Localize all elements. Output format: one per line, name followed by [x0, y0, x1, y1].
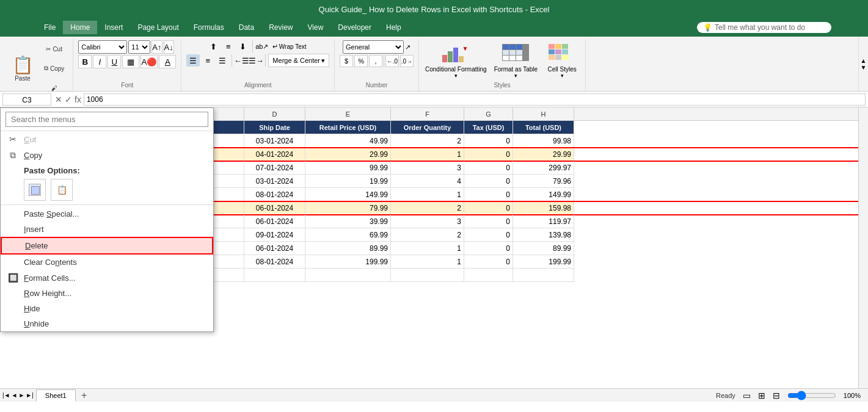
ribbon-tab-formulas[interactable]: Formulas: [186, 21, 232, 34]
normal-view-icon[interactable]: ▭: [743, 391, 751, 400]
cell-8f[interactable]: 2: [391, 228, 464, 242]
paste-icon-btn-2[interactable]: 📋: [51, 179, 73, 201]
cell-2g[interactable]: 0: [464, 148, 513, 161]
search-input[interactable]: [5, 112, 208, 127]
cell-3f[interactable]: 3: [391, 161, 464, 175]
sheet-tab-1[interactable]: Sheet1: [36, 389, 76, 402]
align-middle-button[interactable]: ≡: [222, 40, 235, 52]
cell-3h[interactable]: 299.97: [513, 161, 574, 175]
ribbon-tab-developer[interactable]: Developer: [330, 21, 379, 34]
name-box[interactable]: C3: [2, 93, 51, 106]
ribbon-tab-insert[interactable]: Insert: [97, 21, 130, 34]
align-left-button[interactable]: ☰: [186, 54, 200, 67]
menu-item-cut[interactable]: ✂ Cut: [1, 131, 213, 147]
cell-3e[interactable]: 99.99: [305, 161, 391, 175]
format-painter-button[interactable]: 🖌: [40, 79, 68, 92]
increase-decimal-button[interactable]: ←.0: [385, 55, 399, 67]
sheet-nav-prev[interactable]: ◄: [12, 392, 18, 399]
ribbon-tab-help[interactable]: Help: [379, 21, 409, 34]
cell-12h[interactable]: [513, 269, 574, 282]
bold-button[interactable]: B: [78, 55, 92, 68]
cell-9f[interactable]: 1: [391, 242, 464, 255]
cell-7h[interactable]: 119.97: [513, 215, 574, 228]
ribbon-scroll-down[interactable]: ▼: [861, 64, 867, 71]
zoom-slider[interactable]: [787, 391, 836, 400]
font-color-button[interactable]: A: [159, 55, 176, 68]
insert-function-icon[interactable]: fx: [75, 95, 81, 104]
cond-format-dropdown-icon[interactable]: ▾: [454, 73, 458, 79]
cell-12f[interactable]: [391, 269, 464, 282]
ribbon-tab-view[interactable]: View: [301, 21, 331, 34]
sheet-nav-last[interactable]: ►|: [26, 392, 34, 399]
col-header-d[interactable]: D: [244, 107, 305, 120]
page-layout-icon[interactable]: ⊞: [758, 391, 765, 400]
cell-7g[interactable]: 0: [464, 215, 513, 228]
cell-1e[interactable]: 49.99: [305, 134, 391, 148]
formula-input[interactable]: [84, 93, 866, 106]
cell-styles-dropdown-icon[interactable]: ▾: [561, 73, 564, 79]
fill-color-button[interactable]: A🔴: [140, 55, 158, 68]
cell-2h[interactable]: 29.99: [513, 148, 574, 161]
cell-6g[interactable]: 0: [464, 201, 513, 215]
indent-increase-button[interactable]: ☰→: [249, 54, 263, 67]
vertical-scrollbar[interactable]: [858, 107, 868, 388]
cell-9d[interactable]: 06-01-2024: [244, 242, 305, 255]
tell-me-bar[interactable]: 💡 Tell me what you want to do: [697, 22, 831, 33]
cancel-formula-icon[interactable]: ✕: [55, 95, 62, 104]
align-center-button[interactable]: ≡: [201, 54, 214, 67]
format-as-table-dropdown-icon[interactable]: ▾: [514, 73, 517, 79]
page-break-icon[interactable]: ⊟: [773, 391, 780, 400]
paste-icon-btn-1[interactable]: [24, 179, 46, 201]
cell-11h[interactable]: 199.99: [513, 255, 574, 269]
number-format-select[interactable]: General: [343, 40, 404, 54]
cell-7f[interactable]: 3: [391, 215, 464, 228]
wrap-text-button[interactable]: ↵ Wrap Text: [270, 40, 309, 52]
menu-item-copy[interactable]: ⧉ Copy: [1, 147, 213, 164]
cell-6f[interactable]: 2: [391, 201, 464, 215]
menu-item-insert[interactable]: Insert: [1, 222, 213, 237]
menu-item-paste-special[interactable]: Paste Special...: [1, 206, 213, 222]
cell-8g[interactable]: 0: [464, 228, 513, 242]
font-size-select[interactable]: 11: [128, 40, 150, 54]
font-family-select[interactable]: Calibri: [78, 40, 127, 54]
percent-button[interactable]: %: [354, 55, 368, 67]
menu-item-format-cells[interactable]: 🔲 Format Cells...: [1, 270, 213, 286]
align-top-button[interactable]: ⬆: [207, 40, 221, 52]
sheet-nav-next[interactable]: ►: [18, 392, 24, 399]
confirm-formula-icon[interactable]: ✓: [65, 95, 72, 104]
cell-11e[interactable]: 199.99: [305, 255, 391, 269]
comma-button[interactable]: ,: [369, 55, 382, 67]
copy-button[interactable]: ⧉ Copy: [40, 60, 68, 77]
merge-center-dropdown-icon[interactable]: ▾: [321, 57, 325, 65]
conditional-formatting-button[interactable]: ▼ Conditional Formatting ▾: [424, 43, 488, 80]
cell-5g[interactable]: 0: [464, 188, 513, 201]
cell-12g[interactable]: [464, 269, 513, 282]
ribbon-tab-pagelayout[interactable]: Page Layout: [130, 21, 186, 34]
cell-5h[interactable]: 149.99: [513, 188, 574, 201]
cell-9g[interactable]: 0: [464, 242, 513, 255]
cell-4f[interactable]: 4: [391, 175, 464, 188]
merge-center-button[interactable]: Merge & Center ▾: [268, 54, 329, 67]
sheet-nav-first[interactable]: |◄: [2, 392, 10, 399]
cell-5f[interactable]: 1: [391, 188, 464, 201]
cell-12d[interactable]: [244, 269, 305, 282]
cell-4h[interactable]: 79.96: [513, 175, 574, 188]
cell-1d[interactable]: 03-01-2024: [244, 134, 305, 148]
paste-button[interactable]: 📋 Paste: [7, 50, 38, 87]
cell-styles-button[interactable]: Cell Styles ▾: [544, 43, 580, 80]
cell-5e[interactable]: 149.99: [305, 188, 391, 201]
cell-11g[interactable]: 0: [464, 255, 513, 269]
ribbon-tab-file[interactable]: File: [37, 21, 63, 34]
ribbon-tab-data[interactable]: Data: [232, 21, 261, 34]
border-button[interactable]: ▦: [122, 55, 139, 68]
menu-item-hide[interactable]: Hide: [1, 301, 213, 316]
col-header-h[interactable]: H: [513, 107, 574, 120]
ribbon-tab-home[interactable]: Home: [63, 21, 97, 34]
cell-3d[interactable]: 07-01-2024: [244, 161, 305, 175]
cell-1g[interactable]: 0: [464, 134, 513, 148]
underline-button[interactable]: U: [108, 55, 121, 68]
cell-6d[interactable]: 06-01-2024: [244, 201, 305, 215]
cell-7e[interactable]: 39.99: [305, 215, 391, 228]
italic-button[interactable]: I: [93, 55, 106, 68]
menu-item-delete[interactable]: Delete: [1, 237, 213, 255]
